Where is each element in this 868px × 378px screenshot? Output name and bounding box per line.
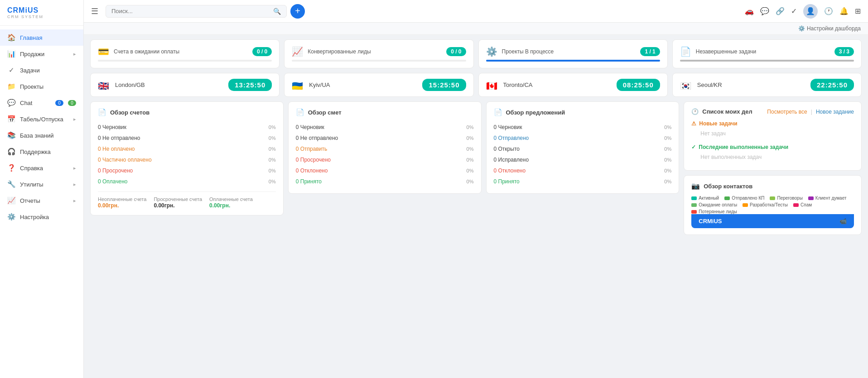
row-2: 0 Отправить 0% bbox=[296, 144, 474, 154]
bell-icon[interactable]: 🔔 bbox=[839, 7, 849, 15]
footer-label-1: Просроченные счета bbox=[154, 196, 202, 202]
row-value-2: 0% bbox=[269, 146, 276, 152]
check-icon-tasks: ✓ bbox=[691, 144, 696, 150]
projects-icon: 📁 bbox=[7, 82, 15, 91]
row-label-3: 0 Исправлено bbox=[494, 157, 529, 163]
footer-label-2: Оплаченные счета bbox=[209, 196, 253, 202]
footer-stat-0: Неоплаченные счета 0.00грн. bbox=[98, 196, 146, 209]
sidebar-item-table[interactable]: 📅 Табель/Отпуска▸ bbox=[0, 111, 83, 127]
sidebar-item-settings[interactable]: ⚙️ Настройка bbox=[0, 209, 83, 225]
row-label-1: 0 Не отправлено bbox=[98, 135, 140, 141]
sidebar-item-knowledge[interactable]: 📚 База знаний bbox=[0, 127, 83, 144]
row-2: 0 Открыто 0% bbox=[494, 144, 672, 154]
city-3: Seoul/KR bbox=[697, 81, 722, 88]
video-icon[interactable]: 📹 bbox=[839, 218, 847, 225]
search-input[interactable] bbox=[111, 8, 270, 14]
proposal-icon: 📄 bbox=[494, 108, 502, 116]
row-3: 0 Просрочено 0% bbox=[296, 154, 474, 165]
check-icon[interactable]: ✓ bbox=[791, 7, 797, 15]
invoices-rows: 0 Черновик 0% 0 Не отправлено 0% 0 Не оп… bbox=[98, 122, 276, 187]
row-5: 0 Принято 0% bbox=[296, 176, 474, 187]
sidebar-nav: 🏠 Главная📊 Продажи▸✓ Задачи📁 Проекты💬 Ch… bbox=[0, 26, 83, 378]
sidebar-item-home[interactable]: 🏠 Главная bbox=[0, 29, 83, 46]
legend-label-3: Клиент думает bbox=[815, 196, 847, 201]
estimates-title: 📄 Обзор смет bbox=[296, 108, 474, 116]
tasks-links: Посмотреть все | Новое задание bbox=[767, 109, 854, 115]
time-1: 15:25:50 bbox=[422, 79, 466, 91]
legend-item-4: Ожидание оплаты bbox=[691, 202, 737, 207]
sidebar-item-projects[interactable]: 📁 Проекты bbox=[0, 78, 83, 95]
estimates-rows: 0 Черновик 0% 0 Не отправлено 0% 0 Отпра… bbox=[296, 122, 474, 187]
clock-card-3: 🇰🇷 Seoul/KR 22:25:50 bbox=[672, 73, 862, 97]
sidebar-item-reports[interactable]: 📈 Отчеты▸ bbox=[0, 192, 83, 209]
stat-label-3: Незавершенные задачи bbox=[696, 48, 757, 55]
clock-card-0: 🇬🇧 London/GB 13:25:50 bbox=[90, 73, 280, 97]
car-icon[interactable]: 🚗 bbox=[745, 7, 754, 15]
tasks-icon: 🕐 bbox=[691, 108, 699, 115]
footer-amount-2: 0.00грн. bbox=[209, 202, 230, 209]
row-label-4: 0 Отклонено bbox=[296, 167, 328, 174]
legend-label-4: Ожидание оплаты bbox=[699, 202, 737, 207]
view-all-link[interactable]: Посмотреть все bbox=[767, 109, 807, 115]
footer-label-0: Неоплаченные счета bbox=[98, 196, 146, 202]
stat-label-2: Проекты В процессе bbox=[502, 48, 554, 55]
avatar[interactable]: 👤 bbox=[803, 4, 818, 19]
row-2: 0 Не оплачено 0% bbox=[98, 144, 276, 154]
stat-cards-row: 💳 Счета в ожидании оплаты 0 / 0 📈 Конвер… bbox=[90, 39, 862, 68]
home-icon: 🏠 bbox=[7, 33, 15, 42]
menu-toggle-icon[interactable]: ☰ bbox=[91, 6, 98, 16]
clock-icon[interactable]: 🕐 bbox=[824, 7, 833, 15]
message-icon[interactable]: 💬 bbox=[760, 7, 769, 15]
sidebar-item-help[interactable]: ❓ Справка▸ bbox=[0, 160, 83, 176]
row-value-0: 0% bbox=[269, 124, 276, 130]
row-value-4: 0% bbox=[664, 168, 671, 173]
tasks-icon: ✓ bbox=[7, 66, 15, 74]
row-label-0: 0 Черновик bbox=[494, 124, 522, 130]
sidebar-item-chat[interactable]: 💬 Chat00 bbox=[0, 95, 83, 111]
invoices-card: 📄 Обзор счетов 0 Черновик 0% 0 Не отправ… bbox=[90, 101, 284, 215]
gear-icon: ⚙️ bbox=[798, 25, 805, 32]
expand-icon[interactable]: ⊞ bbox=[855, 7, 861, 15]
share-icon[interactable]: 🔗 bbox=[776, 7, 785, 15]
legend-label-1: Отправлено КП bbox=[732, 196, 764, 201]
legend-dot-4 bbox=[691, 203, 697, 207]
settings-dashboard-link[interactable]: ⚙️ Настройки дашборда bbox=[798, 25, 861, 32]
proposals-card: 📄 Обзор предложений 0 Черновик 0% 0 Отпр… bbox=[486, 101, 680, 194]
progress-bar-2 bbox=[486, 60, 660, 62]
row-value-3: 0% bbox=[664, 157, 671, 163]
contacts-panel: 📷 Обзор контактов Активный Отправлено КП… bbox=[684, 175, 862, 235]
sidebar-item-utils[interactable]: 🔧 Утилиты▸ bbox=[0, 176, 83, 192]
sidebar-label-knowledge: База знаний bbox=[20, 132, 76, 139]
crm-label: CRMiUS bbox=[699, 218, 722, 225]
row-value-1: 0% bbox=[269, 135, 276, 141]
sidebar: CRMiUS CRM SYSTEM 🏠 Главная📊 Продажи▸✓ З… bbox=[0, 0, 84, 378]
arrow-table: ▸ bbox=[73, 116, 76, 122]
time-3: 22:25:50 bbox=[810, 79, 854, 91]
legend-label-7: Потерянные лиды bbox=[699, 209, 737, 214]
row-value-2: 0% bbox=[467, 146, 474, 152]
sidebar-label-projects: Проекты bbox=[20, 83, 76, 90]
row-label-2: 0 Отправить bbox=[296, 146, 328, 152]
no-tasks-label: Нет задач bbox=[691, 129, 854, 140]
sidebar-item-support[interactable]: 🎧 Поддержка bbox=[0, 144, 83, 160]
row-0: 0 Черновик 0% bbox=[494, 122, 672, 133]
flag-2: 🇨🇦 bbox=[486, 81, 499, 90]
new-task-link[interactable]: Новое задание bbox=[816, 109, 854, 115]
stat-badge-2: 1 / 1 bbox=[640, 47, 660, 56]
stat-card-1: 📈 Конвертированные лиды 0 / 0 bbox=[284, 39, 473, 68]
legend-dot-0 bbox=[691, 196, 697, 200]
sidebar-label-support: Поддержка bbox=[20, 148, 76, 155]
flag-1: 🇺🇦 bbox=[292, 81, 304, 90]
legend-dot-3 bbox=[808, 196, 814, 200]
row-label-3: 0 Просрочено bbox=[296, 157, 331, 163]
legend-item-3: Клиент думает bbox=[808, 196, 847, 201]
row-3: 0 Исправлено 0% bbox=[494, 154, 672, 165]
stat-card-2: ⚙️ Проекты В процессе 1 / 1 bbox=[478, 39, 668, 68]
stat-label-0: Счета в ожидании оплаты bbox=[114, 48, 179, 55]
add-button[interactable]: + bbox=[290, 4, 305, 19]
legend-item-1: Отправлено КП bbox=[724, 196, 764, 201]
sidebar-item-sales[interactable]: 📊 Продажи▸ bbox=[0, 46, 83, 62]
chat-icon: 💬 bbox=[7, 99, 15, 107]
search-bar[interactable]: 🔍 bbox=[106, 5, 287, 18]
sidebar-item-tasks[interactable]: ✓ Задачи bbox=[0, 62, 83, 78]
